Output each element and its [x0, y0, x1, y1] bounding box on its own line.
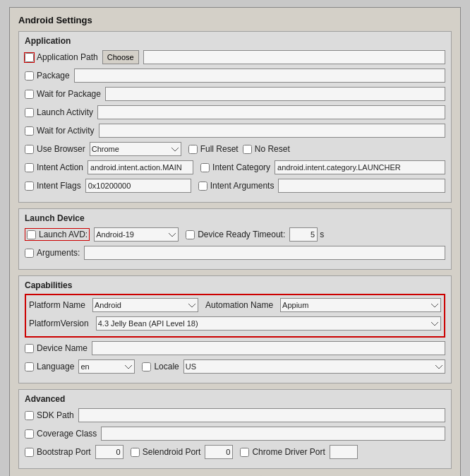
- wait-for-activity-checkbox[interactable]: [25, 126, 34, 136]
- capabilities-section: Capabilities Platform Name Android Autom…: [18, 275, 452, 383]
- wait-for-activity-checkbox-label[interactable]: Wait for Activity: [25, 126, 95, 136]
- package-checkbox[interactable]: [25, 71, 34, 81]
- use-browser-row: Use Browser Chrome Full Reset No Reset: [25, 141, 445, 157]
- app-path-checkbox[interactable]: [25, 53, 34, 62]
- intent-flags-checkbox-label[interactable]: Intent Flags: [25, 181, 81, 191]
- wait-for-package-checkbox[interactable]: [25, 90, 34, 99]
- advanced-section-label: Advanced: [25, 394, 445, 404]
- arguments-row: Arguments:: [25, 245, 445, 261]
- language-checkbox-label[interactable]: Language: [25, 362, 74, 371]
- ports-row: Bootstrap Port Selendroid Port Chrome Dr…: [25, 444, 445, 460]
- intent-action-checkbox-label[interactable]: Intent Action: [25, 162, 83, 172]
- selendroid-port-input[interactable]: [205, 445, 233, 459]
- launch-device-section: Launch Device Launch AVD: Android-19 Dev…: [18, 208, 452, 270]
- wait-for-package-row: Wait for Package: [25, 86, 445, 102]
- selendroid-port-checkbox[interactable]: [131, 448, 140, 457]
- launch-activity-checkbox-label[interactable]: Launch Activity: [25, 107, 93, 117]
- launch-avd-checkbox-label[interactable]: Launch AVD:: [25, 228, 90, 241]
- bootstrap-port-checkbox[interactable]: [25, 448, 34, 457]
- app-path-checkbox-label[interactable]: Application Path: [25, 52, 98, 62]
- capabilities-section-label: Capabilities: [25, 280, 445, 290]
- launch-avd-checkbox[interactable]: [27, 230, 36, 239]
- intent-category-input[interactable]: [275, 160, 445, 174]
- language-row: Language en Locale US: [25, 359, 445, 374]
- platform-name-label: Platform Name: [29, 300, 85, 310]
- wait-for-activity-row: Wait for Activity: [25, 123, 445, 138]
- intent-flags-row: Intent Flags Intent Arguments: [25, 178, 445, 194]
- sdk-path-checkbox-label[interactable]: SDK Path: [25, 410, 74, 420]
- full-reset-checkbox-label[interactable]: Full Reset: [188, 144, 239, 154]
- intent-arguments-checkbox-label[interactable]: Intent Arguments: [198, 181, 275, 191]
- chrome-driver-port-input[interactable]: [330, 445, 358, 459]
- intent-action-checkbox[interactable]: [25, 163, 34, 172]
- app-path-row: Application Path Choose: [25, 49, 445, 65]
- package-checkbox-label[interactable]: Package: [25, 71, 70, 81]
- automation-name-label: Automation Name: [205, 300, 273, 310]
- locale-dropdown[interactable]: US: [183, 359, 445, 374]
- chrome-driver-port-checkbox[interactable]: [240, 448, 249, 457]
- intent-action-input[interactable]: [88, 160, 193, 174]
- intent-arguments-input[interactable]: [278, 179, 445, 193]
- panel-title: Android Settings: [18, 15, 452, 25]
- sdk-path-row: SDK Path: [25, 407, 445, 423]
- sdk-path-input[interactable]: [78, 408, 445, 422]
- bootstrap-port-checkbox-label[interactable]: Bootstrap Port: [25, 447, 91, 457]
- platform-version-dropdown[interactable]: 4.3 Jelly Bean (API Level 18): [96, 316, 441, 331]
- avd-dropdown[interactable]: Android-19: [94, 227, 179, 242]
- intent-flags-checkbox[interactable]: [25, 182, 34, 191]
- app-path-input[interactable]: [143, 50, 445, 64]
- locale-checkbox[interactable]: [142, 362, 151, 371]
- intent-action-row: Intent Action Intent Category: [25, 160, 445, 175]
- application-section-label: Application: [25, 36, 445, 46]
- device-name-input[interactable]: [92, 341, 445, 355]
- intent-category-checkbox[interactable]: [200, 163, 210, 172]
- launch-activity-checkbox[interactable]: [25, 108, 34, 117]
- android-settings-panel: Android Settings Application Application…: [9, 7, 461, 476]
- platform-name-dropdown[interactable]: Android: [92, 298, 198, 312]
- device-ready-timeout-label: Device Ready Timeout:: [186, 230, 285, 239]
- use-browser-checkbox-label[interactable]: Use Browser: [25, 144, 85, 154]
- intent-flags-input[interactable]: [85, 179, 191, 193]
- arguments-input[interactable]: [84, 246, 445, 260]
- platform-version-row: PlatformVersion 4.3 Jelly Bean (API Leve…: [29, 316, 441, 331]
- automation-name-dropdown[interactable]: Appium: [280, 298, 441, 312]
- wait-for-package-checkbox-label[interactable]: Wait for Package: [25, 89, 101, 99]
- capabilities-highlight-box: Platform Name Android Automation Name Ap…: [25, 294, 445, 338]
- full-reset-checkbox[interactable]: [188, 145, 198, 154]
- advanced-section: Advanced SDK Path Coverage Class Bootstr…: [18, 389, 452, 469]
- locale-checkbox-label[interactable]: Locale: [142, 362, 179, 371]
- launch-activity-row: Launch Activity: [25, 105, 445, 120]
- use-browser-checkbox[interactable]: [25, 145, 34, 154]
- coverage-class-checkbox-label[interactable]: Coverage Class: [25, 429, 97, 439]
- device-name-row: Device Name: [25, 340, 445, 356]
- arguments-checkbox[interactable]: [25, 249, 34, 258]
- platform-automation-row: Platform Name Android Automation Name Ap…: [29, 297, 441, 313]
- bootstrap-port-input[interactable]: [95, 445, 123, 459]
- language-dropdown[interactable]: en: [78, 359, 135, 374]
- selendroid-port-checkbox-label[interactable]: Selendroid Port: [131, 447, 201, 457]
- launch-avd-row: Launch AVD: Android-19 Device Ready Time…: [25, 227, 445, 242]
- arguments-checkbox-label[interactable]: Arguments:: [25, 248, 80, 258]
- no-reset-checkbox-label[interactable]: No Reset: [243, 144, 290, 154]
- coverage-class-checkbox[interactable]: [25, 429, 34, 439]
- intent-category-checkbox-label[interactable]: Intent Category: [200, 162, 270, 172]
- package-input[interactable]: [74, 69, 445, 83]
- sdk-path-checkbox[interactable]: [25, 411, 34, 420]
- device-name-checkbox-label[interactable]: Device Name: [25, 343, 88, 353]
- launch-activity-input[interactable]: [97, 105, 445, 119]
- chrome-driver-port-checkbox-label[interactable]: Chrome Driver Port: [240, 447, 325, 457]
- coverage-class-input[interactable]: [101, 427, 445, 441]
- device-name-checkbox[interactable]: [25, 344, 34, 353]
- coverage-class-row: Coverage Class: [25, 426, 445, 441]
- timeout-input[interactable]: [289, 227, 318, 242]
- browser-dropdown[interactable]: Chrome: [90, 142, 181, 156]
- language-checkbox[interactable]: [25, 362, 34, 371]
- wait-for-activity-input[interactable]: [99, 124, 445, 138]
- no-reset-checkbox[interactable]: [243, 145, 252, 154]
- choose-button[interactable]: Choose: [102, 50, 139, 64]
- intent-arguments-checkbox[interactable]: [198, 182, 207, 191]
- application-section: Application Application Path Choose Pack…: [18, 31, 452, 203]
- timeout-s-label: s: [320, 230, 324, 239]
- device-ready-timeout-checkbox[interactable]: [186, 230, 195, 239]
- wait-for-package-input[interactable]: [105, 87, 445, 101]
